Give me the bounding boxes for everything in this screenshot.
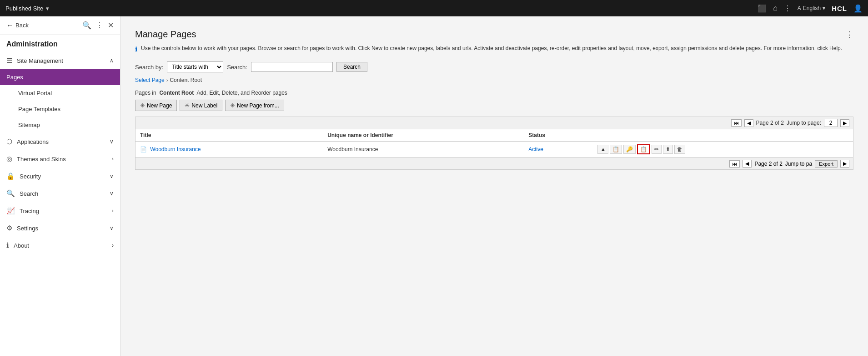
pages-label: Pages <box>6 74 23 81</box>
applications-label: Applications <box>17 138 49 145</box>
page-templates-label: Page Templates <box>18 106 60 112</box>
col-title: Title <box>135 129 323 142</box>
search-label: Search <box>20 190 38 197</box>
sidebar-item-tracing[interactable]: 📈 Tracing › <box>0 202 120 219</box>
search-by-label: Search by: <box>135 64 163 71</box>
sidebar-title: Administration <box>0 35 120 52</box>
translate-icon: A <box>798 5 801 11</box>
tracing-icon: 📈 <box>6 207 15 215</box>
move-up-btn[interactable]: ▲ <box>597 145 608 154</box>
back-button[interactable]: ← Back <box>6 21 29 30</box>
new-label-button[interactable]: ✳ New Label <box>180 100 222 111</box>
language-selector[interactable]: A English ▾ <box>798 5 825 11</box>
user-icon[interactable]: 👤 <box>853 4 863 13</box>
search-button[interactable]: Search <box>336 62 367 72</box>
edit-btn[interactable]: ✏ <box>652 145 662 154</box>
search-colon-label: Search: <box>227 64 247 71</box>
row-actions: ▲ 📋 🔑 📋 ✏ ⬆ 🗑 <box>597 144 848 154</box>
search-input[interactable] <box>251 62 333 72</box>
sidebar-item-applications[interactable]: ⬡ Applications ∨ <box>0 133 120 150</box>
new-label-label: New Label <box>191 102 217 109</box>
pages-in-header: Pages in Content Root Add, Edit, Delete,… <box>135 90 853 96</box>
page-title: Manage Pages <box>135 29 196 40</box>
lang-chevron-icon: ▾ <box>823 5 825 11</box>
sidebar-header-actions: 🔍 ⋮ ✕ <box>82 21 114 30</box>
chevron-up-icon: ∧ <box>110 57 114 64</box>
col-status: Status <box>524 129 593 142</box>
sitemap-label: Sitemap <box>18 122 40 128</box>
sidebar-item-about[interactable]: ℹ About › <box>0 237 120 254</box>
next-page-btn-bottom[interactable]: ▶ <box>840 160 849 168</box>
sidebar-item-pages[interactable]: Pages <box>0 69 120 85</box>
page-more-icon[interactable]: ⋮ <box>845 30 853 40</box>
breadcrumb-select-page[interactable]: Select Page <box>135 77 165 83</box>
sidebar-header: ← Back 🔍 ⋮ ✕ <box>0 16 120 35</box>
properties-btn[interactable]: 📋 <box>610 145 622 154</box>
jump-to-label: Jump to page: <box>787 120 821 126</box>
new-page-from-button[interactable]: ✳ New Page from... <box>225 100 284 111</box>
sidebar-item-themes-skins[interactable]: ◎ Themes and Skins › <box>0 150 120 168</box>
prev-page-btn[interactable]: ◀ <box>744 119 753 127</box>
back-arrow-icon: ← <box>6 21 14 30</box>
search-icon[interactable]: 🔍 <box>82 21 91 30</box>
info-text: Use the controls below to work with your… <box>141 44 842 52</box>
search-nav-icon: 🔍 <box>6 189 15 198</box>
site-name[interactable]: Published Site <box>5 5 43 12</box>
next-page-btn[interactable]: ▶ <box>840 119 849 127</box>
first-page-btn-bottom[interactable]: ⏮ <box>729 160 740 168</box>
new-page-icon: ✳ <box>140 102 145 109</box>
cell-row-actions: ▲ 📋 🔑 📋 ✏ ⬆ 🗑 <box>593 142 853 158</box>
close-icon[interactable]: ✕ <box>108 21 114 30</box>
security-icon: 🔒 <box>6 172 15 180</box>
jump-to-label-bottom: Jump to pa <box>785 161 812 167</box>
breadcrumb-separator: › <box>166 77 168 83</box>
permissions-btn[interactable]: 🔑 <box>623 145 636 154</box>
sidebar-item-search[interactable]: 🔍 Search ∨ <box>0 185 120 202</box>
sidebar-item-settings[interactable]: ⚙ Settings ∨ <box>0 219 120 237</box>
home-icon[interactable]: ⌂ <box>773 4 778 12</box>
pages-table: Title Unique name or Identifier Status 📄… <box>135 129 853 158</box>
page-link[interactable]: Woodburn Insurance <box>150 146 201 153</box>
search-row: Search by: Title starts with Title conta… <box>135 61 853 72</box>
copy-btn[interactable]: 📋 <box>637 144 650 154</box>
sidebar-item-security[interactable]: 🔒 Security ∨ <box>0 168 120 185</box>
chevron-down-icon-sec: ∨ <box>110 173 114 179</box>
delete-btn[interactable]: 🗑 <box>674 145 685 154</box>
more-options-icon[interactable]: ⋮ <box>96 21 103 30</box>
info-box: ℹ Use the controls below to work with yo… <box>135 44 853 54</box>
tracing-label: Tracing <box>20 208 39 214</box>
language-label: English <box>803 5 821 11</box>
search-by-select[interactable]: Title starts with Title contains Unique … <box>167 61 223 72</box>
export-row-btn[interactable]: ⬆ <box>663 145 673 154</box>
pages-in-action-label: Add, Edit, Delete, and Reorder pages <box>196 90 287 96</box>
chevron-right-icon-about: › <box>112 242 114 249</box>
first-page-btn[interactable]: ⏮ <box>731 119 742 127</box>
pagination-top: Page 2 of 2 <box>756 120 784 126</box>
security-label: Security <box>20 173 41 180</box>
export-button[interactable]: Export <box>815 160 838 168</box>
themes-icon: ◎ <box>6 155 12 163</box>
more-icon[interactable]: ⋮ <box>784 4 791 13</box>
content-area: Manage Pages ⋮ ℹ Use the controls below … <box>120 16 868 356</box>
prev-page-btn-bottom[interactable]: ◀ <box>743 160 752 168</box>
sidebar-item-page-templates[interactable]: Page Templates <box>0 101 120 117</box>
col-unique-name: Unique name or Identifier <box>323 129 524 142</box>
new-page-button[interactable]: ✳ New Page <box>135 100 177 111</box>
chevron-down-icon-settings: ∨ <box>110 225 114 231</box>
sidebar-item-sitemap[interactable]: Sitemap <box>0 117 120 133</box>
col-actions <box>593 129 853 142</box>
table-nav-top: ⏮ ◀ Page 2 of 2 Jump to page: ▶ <box>135 117 853 129</box>
new-page-from-icon: ✳ <box>230 102 235 109</box>
sidebar: ← Back 🔍 ⋮ ✕ Administration ☰ Site Manag… <box>0 16 120 356</box>
site-dropdown-icon[interactable]: ▾ <box>46 5 49 12</box>
chevron-right-icon: › <box>112 156 114 162</box>
back-label: Back <box>15 22 29 29</box>
sidebar-item-site-management[interactable]: ☰ Site Management ∧ <box>0 52 120 69</box>
site-management-icon: ☰ <box>6 56 12 65</box>
action-buttons-row: ✳ New Page ✳ New Label ✳ New Page from..… <box>135 100 853 111</box>
table-header-row: Title Unique name or Identifier Status <box>135 129 853 142</box>
new-label-icon: ✳ <box>185 102 190 109</box>
sidebar-item-virtual-portal[interactable]: Virtual Portal <box>0 85 120 101</box>
monitor-icon[interactable]: ⬛ <box>758 4 767 13</box>
jump-input[interactable] <box>824 119 838 127</box>
